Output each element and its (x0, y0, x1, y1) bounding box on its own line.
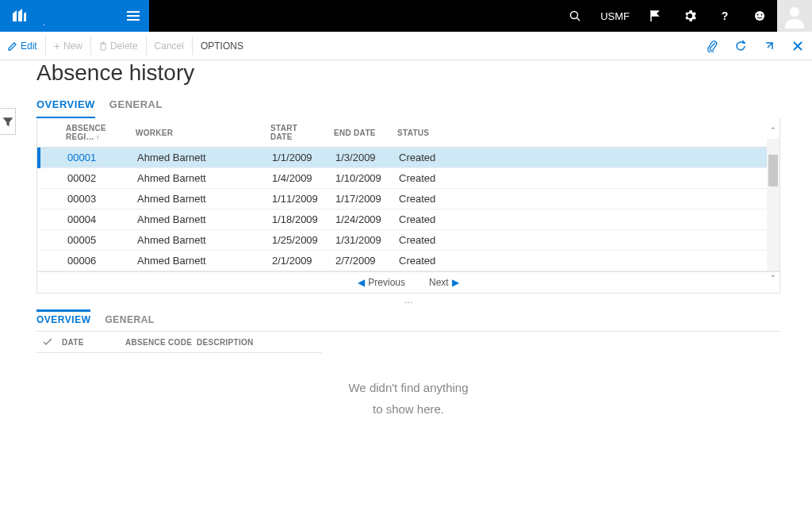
main-tabs: OVERVIEW GENERAL (36, 94, 780, 119)
detail-grid-header: DATE ABSENCE CODE DESCRIPTION (36, 332, 322, 353)
feedback-button[interactable] (742, 0, 777, 32)
cell-status: Created (393, 230, 779, 251)
cell-start-date: 1/18/2009 (266, 209, 329, 230)
cell-end-date: 2/7/2009 (329, 251, 393, 271)
detail-col-check[interactable] (43, 338, 62, 348)
cell-status: Created (393, 209, 779, 230)
cell-status: Created (393, 148, 779, 168)
edit-label: Edit (21, 40, 37, 52)
cell-worker[interactable]: Ahmed Barnett (131, 230, 266, 251)
action-bar: Edit + New Delete Cancel OPTIONS (0, 32, 812, 60)
row-select-cell[interactable] (39, 148, 61, 168)
user-avatar[interactable] (777, 0, 812, 32)
top-navigation-bar: . USMF ? (0, 0, 812, 32)
cell-worker[interactable]: Ahmed Barnett (131, 148, 266, 168)
column-worker[interactable]: WORKER (129, 118, 264, 148)
refresh-button[interactable] (726, 32, 755, 60)
cancel-label: Cancel (155, 40, 184, 52)
cell-worker[interactable]: Ahmed Barnett (131, 251, 266, 271)
new-label: New (63, 40, 82, 52)
cell-start-date: 1/1/2009 (266, 148, 329, 168)
table-row[interactable]: 00006Ahmed Barnett2/1/20092/7/2009Create… (39, 251, 779, 271)
row-select-cell[interactable] (39, 209, 61, 230)
app-title-area[interactable]: . (38, 0, 117, 32)
app-logo[interactable] (0, 0, 38, 32)
new-button: + New (46, 32, 90, 60)
filter-pane-toggle[interactable] (0, 108, 16, 135)
table-row[interactable]: 00001Ahmed Barnett1/1/20091/3/2009Create… (39, 148, 779, 168)
help-button[interactable]: ? (707, 0, 742, 32)
svg-point-3 (571, 12, 578, 19)
tab-general[interactable]: GENERAL (109, 94, 163, 118)
cell-worker[interactable]: Ahmed Barnett (131, 189, 266, 209)
row-select-cell[interactable] (39, 251, 61, 271)
pager-next[interactable]: Next▶ (429, 277, 459, 288)
cell-start-date: 1/4/2009 (266, 168, 329, 189)
grid-pager: ◀Previous Next▶ (37, 271, 779, 293)
cell-absence-id[interactable]: 00003 (61, 189, 131, 209)
delete-label: Delete (110, 40, 138, 52)
popout-button[interactable] (755, 32, 783, 60)
flag-button[interactable] (638, 0, 672, 32)
cell-end-date: 1/24/2009 (329, 209, 393, 230)
cell-absence-id[interactable]: 00006 (61, 251, 131, 271)
hamburger-menu-button[interactable] (117, 0, 149, 32)
cell-worker[interactable]: Ahmed Barnett (131, 168, 266, 189)
row-select-cell[interactable] (39, 168, 61, 189)
scroll-thumb[interactable] (768, 155, 778, 186)
cell-end-date: 1/10/2009 (329, 168, 393, 189)
tab-overview[interactable]: OVERVIEW (36, 94, 95, 119)
cancel-button: Cancel (147, 32, 192, 60)
svg-point-8 (790, 7, 799, 17)
page-title: Absence history (36, 60, 780, 86)
detail-tab-general[interactable]: GENERAL (105, 309, 154, 331)
empty-message: We didn't find anything to show here. (36, 353, 780, 444)
column-status[interactable]: STATUS (391, 118, 779, 148)
cell-worker[interactable]: Ahmed Barnett (131, 209, 266, 230)
options-label: OPTIONS (201, 40, 243, 52)
detail-col-absence-code[interactable]: ABSENCE CODE (125, 338, 197, 348)
table-row[interactable]: 00005Ahmed Barnett1/25/20091/31/2009Crea… (39, 230, 779, 251)
attachment-button[interactable] (698, 32, 726, 60)
table-row[interactable]: 00002Ahmed Barnett1/4/20091/10/2009Creat… (39, 168, 779, 189)
detail-tabs: OVERVIEW GENERAL (36, 309, 780, 332)
cell-end-date: 1/17/2009 (329, 189, 393, 209)
detail-tab-overview[interactable]: OVERVIEW (36, 309, 90, 331)
column-end-date[interactable]: END DATE (327, 118, 391, 148)
company-selector[interactable]: USMF (592, 0, 638, 32)
svg-point-6 (757, 14, 759, 16)
scroll-down-arrow[interactable]: ⌄ (767, 271, 779, 283)
column-start-date[interactable]: START DATE (264, 118, 327, 148)
detail-col-description[interactable]: DESCRIPTION (197, 338, 292, 348)
sort-asc-icon: ↑ (96, 133, 100, 141)
splitter[interactable]: … (36, 294, 780, 306)
cell-start-date: 1/25/2009 (266, 230, 329, 251)
column-absence-reg[interactable]: ABSENCE REGI…↑ (59, 118, 129, 148)
cell-end-date: 1/3/2009 (329, 148, 393, 168)
cell-absence-id[interactable]: 00001 (61, 148, 131, 168)
svg-line-4 (577, 18, 580, 21)
row-select-cell[interactable] (39, 230, 61, 251)
cell-start-date: 2/1/2009 (266, 251, 329, 271)
cell-absence-id[interactable]: 00005 (61, 230, 131, 251)
cell-absence-id[interactable]: 00002 (61, 168, 131, 189)
table-row[interactable]: 00003Ahmed Barnett1/11/20091/17/2009Crea… (39, 189, 779, 209)
settings-button[interactable] (672, 0, 707, 32)
absence-grid: ABSENCE REGI…↑ WORKER START DATE END DAT… (37, 118, 779, 148)
options-button[interactable]: OPTIONS (193, 32, 251, 60)
scroll-up-arrow[interactable]: ⌃ (767, 126, 779, 139)
table-row[interactable]: 00004Ahmed Barnett1/18/20091/24/2009Crea… (39, 209, 779, 230)
close-button[interactable] (783, 32, 812, 60)
detail-col-date[interactable]: DATE (62, 338, 125, 348)
column-select[interactable] (37, 118, 59, 148)
cell-status: Created (393, 168, 779, 189)
edit-button[interactable]: Edit (0, 32, 45, 60)
grid-scrollbar[interactable]: ⌃ ⌄ (767, 139, 779, 271)
cell-end-date: 1/31/2009 (329, 230, 393, 251)
cell-status: Created (393, 251, 779, 271)
row-select-cell[interactable] (39, 189, 61, 209)
pager-previous[interactable]: ◀Previous (358, 277, 405, 288)
svg-point-7 (761, 14, 763, 16)
cell-absence-id[interactable]: 00004 (61, 209, 131, 230)
search-button[interactable] (557, 0, 592, 32)
